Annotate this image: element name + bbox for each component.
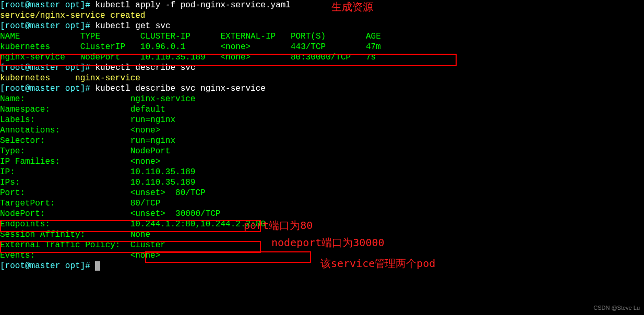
prompt-close: ]# — [80, 1, 96, 10]
prompt-open: [ — [0, 1, 5, 10]
prompt-sep — [60, 1, 65, 10]
command: kubectl describe svc nginx-service — [95, 84, 265, 93]
prompt-dir: opt — [65, 1, 80, 10]
svc-header-externalip: EXTERNAL-IP — [220, 32, 276, 41]
svc-header-name: NAME — [0, 32, 20, 41]
terminal-cursor[interactable] — [95, 261, 100, 271]
annotation-create: 生成资源 — [331, 2, 373, 12]
svc-header-ports: PORT(S) — [291, 32, 326, 41]
desc-val: nginx-service — [130, 94, 196, 104]
watermark: CSDN @Steve Lu — [593, 302, 640, 313]
terminal-output: [root@master opt]# kubectl apply -f pod-… — [0, 0, 644, 271]
command: kubectl describe svc — [95, 63, 195, 72]
command: kubectl apply -f pod-nginx-service.yaml — [95, 1, 290, 10]
command: kubectl get svc — [95, 21, 170, 31]
annotation-nodeport: nodeport端口为30000 — [271, 237, 385, 248]
describe-list: kubernetes nginx-service — [0, 74, 140, 83]
annotation-port: port端口为80 — [244, 220, 313, 231]
annotation-endpoints: 该service管理两个pod — [320, 258, 435, 269]
svc-header-clusterip: CLUSTER-IP — [140, 32, 190, 41]
svc-row-name: kubernetes — [0, 42, 50, 52]
svc-header-type: TYPE — [80, 32, 100, 41]
command-output: service/nginx-service created — [0, 11, 145, 20]
svc-header-age: AGE — [366, 32, 381, 41]
desc-key: Name: — [0, 94, 130, 104]
prompt-user: root@master — [5, 1, 61, 10]
svc-row-name: nginx-service — [0, 53, 65, 62]
